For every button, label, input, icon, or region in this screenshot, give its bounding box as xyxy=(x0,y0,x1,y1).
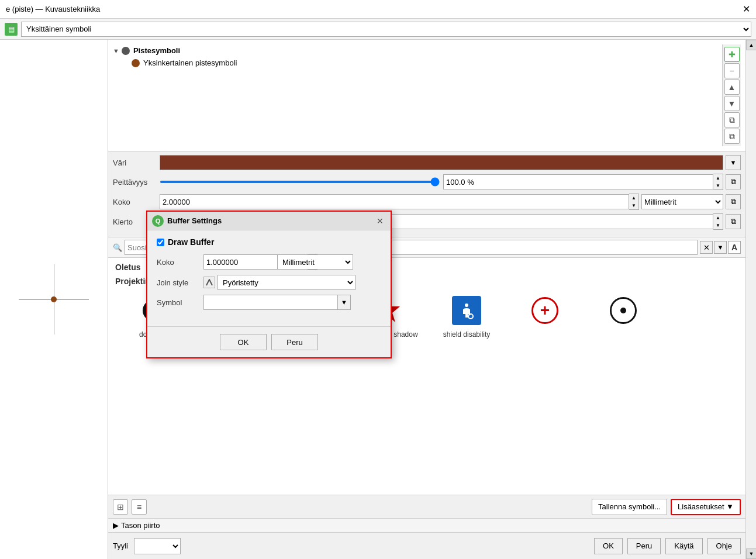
peittavyys-row: Peittävyys 100.0 % ▲ ▼ ⧉ xyxy=(113,174,741,190)
kierto-copy-btn[interactable]: ⧉ xyxy=(726,214,741,229)
paste-layer-button[interactable]: ⧉ xyxy=(724,129,740,144)
dialog-content: Draw Buffer Koko 1.000000 ▲ ▼ Millimetri… xyxy=(147,230,391,322)
symbol-icon-dot-target xyxy=(606,293,641,328)
symbol-icon-shield-disability xyxy=(449,293,484,328)
dialog-symbol-label: Symbol xyxy=(157,298,203,307)
dialog-koko-row: Koko 1.000000 ▲ ▼ Millimetrit xyxy=(157,254,381,270)
koko-row: Koko 2.00000 ▲ ▼ Millimetrit ⧉ xyxy=(113,194,741,210)
scrollbar: ▲ ▼ xyxy=(745,40,756,559)
koko-input[interactable]: 2.00000 xyxy=(160,194,629,209)
svg-point-1 xyxy=(465,303,468,307)
svg-line-3 xyxy=(469,314,470,315)
koko-label: Koko xyxy=(113,198,160,206)
remove-layer-button[interactable]: − xyxy=(724,63,740,78)
tallenna-button[interactable]: Tallenna symboli... xyxy=(592,499,667,515)
dialog-symbol-dropdown-btn[interactable]: ▼ xyxy=(338,295,351,310)
vari-copy-btn[interactable]: ▼ xyxy=(726,155,741,170)
peittavyys-copy-btn[interactable]: ⧉ xyxy=(726,174,741,189)
koko-down-btn[interactable]: ▼ xyxy=(629,202,638,209)
koko-spinners: ▲ ▼ xyxy=(629,194,639,210)
peru-button[interactable]: Peru xyxy=(627,538,661,554)
search-color-button[interactable]: A xyxy=(728,241,741,254)
dialog-title: Buffer Settings xyxy=(167,216,374,225)
ohje-button[interactable]: Ohje xyxy=(707,538,741,554)
list-view-button[interactable]: ≡ xyxy=(132,499,147,515)
add-layer-button[interactable]: ✚ xyxy=(724,47,740,62)
buffer-settings-dialog: Q Buffer Settings ✕ Draw Buffer Koko 1.0… xyxy=(146,211,392,358)
scroll-track xyxy=(746,50,756,548)
ok-button[interactable]: OK xyxy=(594,538,623,554)
draw-buffer-row: Draw Buffer xyxy=(157,237,381,247)
search-icon: 🔍 xyxy=(113,243,122,252)
koko-unit-select[interactable]: Millimetrit xyxy=(641,194,723,209)
vari-label: Väri xyxy=(113,158,160,167)
top-bar: ▤ Yksittäinen symboli xyxy=(0,19,756,40)
scroll-up-button[interactable]: ▲ xyxy=(746,40,756,50)
search-clear-button[interactable]: ✕ xyxy=(700,241,713,254)
dialog-buttons: OK Peru xyxy=(147,326,391,357)
symbol-label-shield-disability: shield disability xyxy=(443,330,491,339)
dialog-peru-button[interactable]: Peru xyxy=(271,334,318,350)
tyyli-label: Tyyli xyxy=(113,541,128,550)
peittavyys-slider[interactable] xyxy=(160,181,440,183)
bottom-toolbar: ⊞ ≡ Tallenna symboli... Lisäasetukset ▼ xyxy=(108,495,745,518)
preview-dot xyxy=(51,296,57,302)
peittavyys-down-btn[interactable]: ▼ xyxy=(713,182,723,189)
tree-item-pistesymboli[interactable]: ▼ Pistesymboli xyxy=(113,44,722,57)
dialog-symbol-input[interactable] xyxy=(203,295,338,310)
tree-sub-dot-icon xyxy=(132,59,140,67)
join-style-icon xyxy=(203,277,215,288)
dialog-ok-button[interactable]: OK xyxy=(220,334,267,350)
tason-arrow-icon[interactable]: ▶ xyxy=(113,521,119,530)
dialog-close-button[interactable]: ✕ xyxy=(374,215,386,227)
close-icon[interactable]: ✕ xyxy=(743,4,750,15)
lisaasetukset-button[interactable]: Lisäasetukset ▼ xyxy=(671,499,741,515)
search-dropdown-button[interactable]: ▼ xyxy=(714,241,727,254)
dialog-koko-label: Koko xyxy=(157,258,203,267)
tree-parent-label: Pistesymboli xyxy=(133,46,180,55)
tason-piirto-label: Tason piirto xyxy=(121,521,160,530)
move-down-button[interactable]: ▼ xyxy=(724,96,740,111)
grid-view-button[interactable]: ⊞ xyxy=(113,499,128,515)
peittavyys-input[interactable]: 100.0 % xyxy=(443,174,713,189)
symbol-item-cross-red[interactable]: + xyxy=(507,288,583,343)
draw-buffer-label: Draw Buffer xyxy=(168,237,214,247)
kierto-up-btn[interactable]: ▲ xyxy=(713,214,723,222)
action-bar-left: Tyyli xyxy=(113,538,181,554)
tree-item-yksinkertainen[interactable]: Yksinkertainen pistesymboli xyxy=(132,57,722,69)
tree-child-label: Yksinkertainen pistesymboli xyxy=(143,58,237,67)
action-bar: Tyyli OK Peru Käytä Ohje xyxy=(108,532,745,559)
scroll-down-button[interactable]: ▼ xyxy=(746,548,756,559)
preview-crosshair xyxy=(19,264,89,334)
preview-panel xyxy=(0,40,108,559)
dialog-symbol-row: Symbol ▼ xyxy=(157,295,381,310)
symbol-item-dot-target[interactable] xyxy=(585,288,661,343)
tyyli-select[interactable] xyxy=(134,538,181,554)
peittavyys-spinners: ▲ ▼ xyxy=(713,174,723,190)
koko-up-btn[interactable]: ▲ xyxy=(629,194,638,202)
draw-buffer-checkbox[interactable] xyxy=(157,239,164,246)
dialog-koko-spinner: 1.000000 ▲ ▼ xyxy=(203,254,274,270)
tason-section: ▶ Tason piirto xyxy=(108,518,745,532)
symbol-tree: ▼ Pistesymboli Yksinkertainen pistesymbo… xyxy=(108,40,745,151)
titlebar: e (piste) — Kuvaustekniikka ✕ xyxy=(0,0,756,19)
symbol-icon-cross-red: + xyxy=(527,293,562,328)
symbol-item-shield-disability[interactable]: shield disability xyxy=(429,288,505,343)
copy-layer-button[interactable]: ⧉ xyxy=(724,112,740,127)
vari-row: Väri ▼ xyxy=(113,155,741,170)
koko-copy-btn[interactable]: ⧉ xyxy=(726,194,741,209)
symbol-type-select[interactable]: Yksittäinen symboli xyxy=(21,22,751,37)
peittavyys-up-btn[interactable]: ▲ xyxy=(713,174,723,182)
dialog-join-style-label: Join style xyxy=(157,278,203,287)
tree-arrow: ▼ xyxy=(113,47,119,54)
dialog-join-style-select[interactable]: Pyöristetty xyxy=(218,275,355,290)
tree-dot-icon xyxy=(122,47,130,55)
kayta-button[interactable]: Käytä xyxy=(665,538,702,554)
move-up-button[interactable]: ▲ xyxy=(724,80,740,95)
dialog-qgis-icon: Q xyxy=(152,215,164,227)
dialog-titlebar: Q Buffer Settings ✕ xyxy=(147,212,391,230)
kierto-down-btn[interactable]: ▼ xyxy=(713,222,723,229)
dialog-koko-unit-select[interactable]: Millimetrit xyxy=(277,254,353,270)
peittavyys-label: Peittävyys xyxy=(113,178,160,187)
color-swatch[interactable] xyxy=(160,155,723,170)
